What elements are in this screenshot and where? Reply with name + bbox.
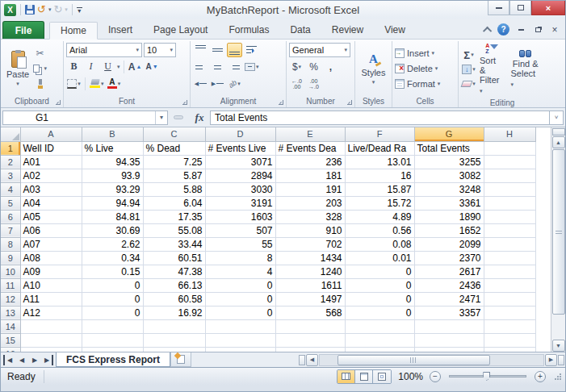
copy-button[interactable]: ▾ — [32, 61, 48, 76]
cell-E12[interactable]: 1497 — [275, 292, 345, 306]
cell-G11[interactable]: 2436 — [414, 278, 484, 292]
cell-E4[interactable]: 191 — [275, 182, 345, 196]
currency-format-button[interactable]: $▾ — [289, 60, 304, 74]
cell-A6[interactable]: A05 — [20, 210, 82, 223]
cell-E11[interactable]: 1611 — [275, 278, 345, 292]
cell-E8[interactable]: 702 — [275, 237, 345, 251]
cut-button[interactable]: ✂ — [32, 46, 48, 60]
row-header-1[interactable]: 1 — [1, 141, 20, 155]
column-header-B[interactable]: B — [82, 127, 143, 141]
select-all-corner[interactable] — [1, 127, 20, 141]
zoom-slider-thumb[interactable] — [483, 372, 490, 381]
redo-icon[interactable]: ↻ — [53, 5, 62, 15]
zoom-in-button[interactable]: + — [535, 371, 546, 382]
cell-A5[interactable]: A04 — [20, 196, 82, 210]
maximize-button[interactable] — [509, 1, 531, 15]
cell-E13[interactable]: 568 — [275, 306, 345, 319]
row-header-15[interactable]: 15 — [1, 333, 20, 347]
dialog-launcher-icon[interactable] — [182, 100, 187, 105]
next-sheet-icon[interactable]: ▶ — [29, 355, 40, 365]
underline-button[interactable]: U — [100, 60, 115, 74]
cell-B3[interactable]: 93.9 — [82, 169, 143, 182]
cell-C11[interactable]: 66.13 — [143, 278, 205, 292]
cell-C2[interactable]: 7.25 — [143, 155, 205, 169]
cell-D2[interactable]: 3071 — [205, 155, 275, 169]
fill-color-button[interactable]: ▾ — [89, 77, 105, 91]
align-center-button[interactable] — [210, 60, 225, 74]
cell-A3[interactable]: A02 — [20, 169, 82, 182]
row-header-5[interactable]: 5 — [1, 196, 20, 210]
cell-C1[interactable]: % Dead — [143, 141, 205, 155]
row-header-10[interactable]: 10 — [1, 265, 20, 278]
ribbon-tab-review[interactable]: Review — [321, 21, 374, 39]
column-header-A[interactable]: A — [20, 127, 82, 141]
ribbon-tab-data[interactable]: Data — [279, 21, 321, 39]
cell-F14[interactable] — [345, 319, 414, 333]
delete-cells-button[interactable]: Delete▾ — [395, 61, 455, 77]
page-break-view-button[interactable] — [373, 370, 391, 383]
cell-E9[interactable]: 1434 — [275, 251, 345, 265]
cell-D11[interactable]: 0 — [205, 278, 275, 292]
chevron-down-icon[interactable]: ▾ — [117, 64, 120, 70]
cell-C14[interactable] — [143, 319, 205, 333]
row-header-11[interactable]: 11 — [1, 278, 20, 292]
cell-F8[interactable]: 0.08 — [345, 237, 414, 251]
cell-D13[interactable]: 0 — [205, 306, 275, 319]
cell-E10[interactable]: 1240 — [275, 265, 345, 278]
cell-H5[interactable] — [484, 196, 535, 210]
cell-F5[interactable]: 15.72 — [345, 196, 414, 210]
normal-view-button[interactable] — [338, 370, 355, 383]
cell-G15[interactable] — [414, 333, 484, 347]
page-layout-view-button[interactable] — [355, 370, 373, 383]
cell-F10[interactable]: 0 — [345, 265, 414, 278]
cell-A10[interactable]: A09 — [20, 265, 82, 278]
decrease-indent-button[interactable]: ◀ — [193, 77, 208, 91]
row-header-2[interactable]: 2 — [1, 155, 20, 169]
fill-button[interactable]: ↓▾ — [461, 62, 476, 77]
cell-D4[interactable]: 3030 — [205, 182, 275, 196]
horizontal-scrollbar[interactable]: ◀ ▶ — [299, 352, 565, 367]
zoom-level[interactable]: 100% — [398, 371, 423, 382]
cell-E7[interactable]: 910 — [275, 223, 345, 237]
cell-E6[interactable]: 328 — [275, 210, 345, 223]
book-restore-button[interactable] — [532, 27, 543, 32]
cell-B15[interactable] — [82, 333, 143, 347]
cell-H15[interactable] — [484, 333, 535, 347]
cell-G9[interactable]: 2370 — [414, 251, 484, 265]
cell-G4[interactable]: 3248 — [414, 182, 484, 196]
percent-format-button[interactable]: % — [306, 60, 321, 74]
cell-G16[interactable] — [414, 347, 484, 352]
shrink-font-button[interactable]: A▼ — [145, 60, 160, 74]
cell-F3[interactable]: 16 — [345, 169, 414, 182]
scroll-down-icon[interactable]: ▼ — [552, 340, 565, 352]
cell-G1[interactable]: Total Events — [414, 141, 484, 155]
cell-C3[interactable]: 5.87 — [143, 169, 205, 182]
cell-F13[interactable]: 0 — [345, 306, 414, 319]
cell-E5[interactable]: 203 — [275, 196, 345, 210]
cell-D3[interactable]: 2894 — [205, 169, 275, 182]
cell-C13[interactable]: 16.92 — [143, 306, 205, 319]
cell-D9[interactable]: 8 — [205, 251, 275, 265]
row-header-4[interactable]: 4 — [1, 182, 20, 196]
orientation-button[interactable]: ab▾ — [227, 77, 242, 91]
cell-D6[interactable]: 1603 — [205, 210, 275, 223]
cell-B4[interactable]: 93.29 — [82, 182, 143, 196]
cell-D1[interactable]: # Events Live — [205, 141, 275, 155]
name-box[interactable]: G1 ▾ — [2, 111, 168, 125]
cell-A8[interactable]: A07 — [20, 237, 82, 251]
zoom-slider[interactable] — [449, 375, 526, 377]
number-format-select[interactable]: General▾ — [289, 43, 350, 57]
cell-C5[interactable]: 6.04 — [143, 196, 205, 210]
book-close-button[interactable]: × — [549, 24, 560, 35]
increase-decimal-button[interactable]: ←.0 .00 — [289, 77, 304, 91]
row-header-8[interactable]: 8 — [1, 237, 20, 251]
insert-function-button[interactable]: fx — [189, 111, 210, 124]
row-header-6[interactable]: 6 — [1, 210, 20, 223]
find-select-button[interactable]: Find &Select ▾ — [507, 41, 543, 98]
cell-A2[interactable]: A01 — [20, 155, 82, 169]
row-header-16[interactable]: 16 — [1, 347, 20, 352]
cell-H11[interactable] — [484, 278, 535, 292]
zoom-out-button[interactable]: − — [430, 371, 441, 382]
cell-F1[interactable]: Live/Dead Ra — [345, 141, 414, 155]
cell-B14[interactable] — [82, 319, 143, 333]
